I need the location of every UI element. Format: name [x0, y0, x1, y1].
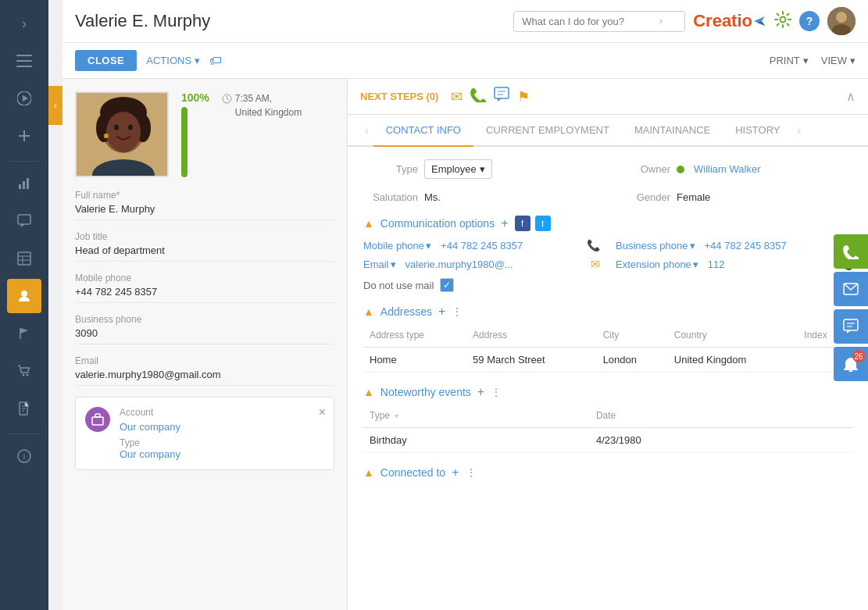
account-close-icon[interactable]: × [319, 405, 326, 419]
view-button[interactable]: VIEW ▾ [821, 55, 855, 66]
email-comm-field: Email ▾ valerie.murphy1980@... ✉ [363, 258, 600, 270]
creatio-logo: Creatio [693, 11, 766, 31]
mobile-comm-field: Mobile phone ▾ +44 782 245 8357 📞 [363, 239, 600, 251]
tab-next-icon[interactable]: › [793, 118, 806, 143]
sidebar-collapse-tab[interactable]: ‹ [48, 86, 63, 125]
tab-prev-icon[interactable]: ‹ [360, 118, 373, 143]
search-input[interactable] [522, 16, 655, 27]
svg-line-42 [227, 98, 229, 100]
float-mail-button[interactable] [834, 272, 868, 306]
sidebar-item-chart[interactable] [7, 166, 41, 201]
connected-section: ▲ Connected to + ⋮ [363, 466, 852, 480]
sidebar-item-cart[interactable] [7, 354, 41, 388]
tag-icon[interactable]: 🏷 [209, 54, 222, 68]
social-icons: f t [515, 216, 551, 231]
mobile-field: Mobile phone +44 782 245 8357 [75, 273, 334, 303]
connected-add-icon[interactable]: + [452, 466, 459, 480]
profile-section: 100% 7:35 AM, United Kingdom [75, 91, 334, 177]
comm-toggle-icon[interactable]: ▲ [363, 217, 374, 230]
sidebar: › i [0, 0, 48, 610]
tab-current-employment[interactable]: CURRENT EMPLOYMENT [473, 115, 622, 147]
facebook-icon[interactable]: f [515, 216, 530, 231]
addr-address-col: Address [466, 326, 597, 348]
biz-comm-field: Business phone ▾ +44 782 245 8357 📞 [616, 239, 852, 251]
connected-more-icon[interactable]: ⋮ [466, 466, 477, 479]
sidebar-item-doc[interactable] [7, 391, 41, 426]
addresses-section: ▲ Addresses + ⋮ Address type Address Cit… [363, 305, 852, 373]
profile-completeness: 100% [181, 91, 209, 177]
addr-more-icon[interactable]: ⋮ [452, 305, 463, 318]
phone-action-icon[interactable] [470, 87, 486, 106]
connected-section-header: ▲ Connected to + ⋮ [363, 466, 852, 480]
do-not-mail-checkbox[interactable]: ✓ [440, 278, 454, 292]
svg-point-38 [104, 134, 109, 138]
svg-rect-7 [19, 184, 21, 189]
svg-rect-43 [92, 417, 103, 425]
sidebar-item-add[interactable] [7, 119, 41, 153]
svg-rect-8 [23, 181, 25, 189]
chat-action-icon[interactable] [494, 87, 509, 106]
addr-address-cell: 59 March Street [466, 348, 597, 373]
jobtitle-field: Job title Head of department [75, 231, 334, 262]
fullname-field: Full name* Valerie E. Murphy [75, 190, 334, 220]
sidebar-item-info[interactable]: i [7, 439, 41, 473]
sidebar-item-chat[interactable] [7, 204, 41, 238]
addr-add-icon[interactable]: + [438, 305, 445, 319]
svg-point-28 [836, 12, 847, 23]
mobile-comm-label[interactable]: Mobile phone ▾ [363, 240, 431, 251]
completeness-fill [181, 107, 188, 177]
comm-add-icon[interactable]: + [501, 216, 508, 230]
sidebar-item-flag[interactable] [7, 316, 41, 351]
sidebar-item-chevron[interactable]: › [7, 6, 41, 41]
svg-rect-49 [844, 319, 858, 330]
tab-maintainance[interactable]: MAINTAINANCE [622, 115, 723, 147]
flag-action-icon[interactable]: ⚑ [517, 88, 530, 105]
ext-dropdown-icon: ▾ [693, 259, 698, 270]
time-location: 7:35 AM, United Kingdom [222, 91, 302, 177]
salutation-field: Salutation Ms. [363, 191, 600, 203]
biz-comm-label[interactable]: Business phone ▾ [616, 240, 695, 251]
events-more-icon[interactable]: ⋮ [491, 386, 502, 398]
addr-type-cell: Home [363, 348, 466, 373]
addr-country-col: Country [668, 326, 798, 348]
email-comm-label[interactable]: Email ▾ [363, 259, 396, 270]
next-steps-collapse-icon[interactable]: ∧ [846, 89, 855, 104]
main-area: Valerie E. Murphy › Creatio ? [63, 0, 868, 610]
svg-point-17 [23, 374, 25, 376]
print-button[interactable]: PRINT ▾ [770, 55, 809, 66]
help-icon[interactable]: ? [799, 11, 820, 31]
sidebar-item-play[interactable] [7, 81, 41, 116]
float-notif-button[interactable]: 26 [834, 347, 868, 381]
addr-toggle-icon[interactable]: ▲ [363, 305, 374, 318]
connected-toggle-icon[interactable]: ▲ [363, 466, 374, 479]
email-mail-icon[interactable]: ✉ [591, 258, 600, 270]
type-select[interactable]: Employee ▾ [424, 159, 492, 179]
float-phone-button[interactable] [834, 234, 868, 269]
addr-city-col: City [597, 326, 668, 348]
twitter-icon[interactable]: t [535, 216, 551, 231]
sidebar-item-table[interactable] [7, 241, 41, 276]
event-date-col: Date [590, 407, 852, 428]
float-chat-button[interactable] [834, 309, 868, 344]
mobile-phone-icon[interactable]: 📞 [587, 239, 600, 251]
sidebar-divider-2 [9, 433, 40, 434]
ext-comm-label[interactable]: Extension phone ▾ [616, 259, 698, 270]
owner-field: Owner William Walker [616, 159, 852, 179]
events-add-icon[interactable]: + [477, 385, 484, 399]
actions-button[interactable]: ACTIONS ▾ [146, 55, 200, 66]
topbar-right: Creatio ? [693, 7, 855, 35]
creatio-plane-icon [754, 16, 766, 26]
email-action-icon[interactable]: ✉ [451, 88, 463, 105]
event-sort-icon[interactable]: ▾ [395, 412, 398, 420]
tab-contact-info[interactable]: CONTACT INFO [373, 115, 473, 147]
tab-history[interactable]: HISTORY [723, 115, 792, 147]
events-toggle-icon[interactable]: ▲ [363, 386, 374, 398]
sidebar-item-menu[interactable] [7, 44, 41, 78]
sidebar-item-person[interactable] [7, 279, 41, 313]
gear-icon[interactable] [774, 11, 791, 32]
tabs: ‹ CONTACT INFO CURRENT EMPLOYMENT MAINTA… [348, 115, 868, 147]
close-button[interactable]: CLOSE [75, 50, 137, 71]
topbar: Valerie E. Murphy › Creatio ? [63, 0, 868, 43]
completeness-percent: 100% [181, 91, 209, 104]
search-box[interactable]: › [513, 11, 685, 32]
